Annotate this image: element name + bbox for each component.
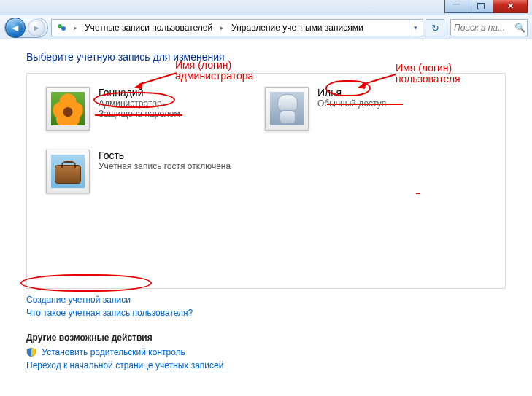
link-parental-controls[interactable]: Установить родительский контроль <box>42 347 185 357</box>
accounts-box: Геннадий Администратор Защищена паролем … <box>26 73 506 289</box>
refresh-button[interactable]: ↻ <box>426 19 444 36</box>
avatar <box>265 87 309 131</box>
forward-button[interactable]: ► <box>28 19 45 36</box>
avatar <box>46 150 90 193</box>
link-accounts-home[interactable]: Переход к начальной странице учетных зап… <box>26 360 223 370</box>
account-ilya[interactable]: Илья Обычный доступ <box>265 87 455 131</box>
flower-icon <box>51 92 85 125</box>
avatar <box>46 87 90 131</box>
breadcrumb-seg-2[interactable]: Управление учетными записями <box>227 20 368 36</box>
suitcase-icon <box>51 155 85 188</box>
chevron-right-icon: ▸ <box>217 24 227 31</box>
close-button[interactable]: ✕ <box>493 0 528 13</box>
chevron-right-icon: ▸ <box>71 24 80 31</box>
account-texts: Илья Обычный доступ <box>317 87 386 131</box>
account-guest[interactable]: Гость Учетная запись гостя отключена <box>46 150 265 193</box>
account-name: Гость <box>99 150 231 161</box>
account-role: Администратор <box>99 98 180 109</box>
breadcrumb-seg-1[interactable]: Учетные записи пользователей <box>80 20 217 36</box>
address-bar: ◄ ► ▸ Учетные записи пользователей ▸ Упр… <box>0 15 532 41</box>
robot-icon <box>270 92 304 125</box>
back-button[interactable]: ◄ <box>5 18 26 38</box>
search-icon[interactable]: 🔍 <box>512 23 527 33</box>
control-panel-icon <box>55 21 69 34</box>
page-title: Выберите учетную запись для изменения <box>26 51 506 63</box>
account-role: Учетная запись гостя отключена <box>99 161 231 171</box>
account-name: Геннадий <box>99 87 180 98</box>
refresh-icon: ↻ <box>431 23 439 34</box>
breadcrumb[interactable]: ▸ Учетные записи пользователей ▸ Управле… <box>51 19 423 36</box>
account-pw: Защищена паролем <box>99 109 180 119</box>
search-input[interactable] <box>451 23 512 33</box>
window-buttons: — ✕ <box>445 0 528 13</box>
link-what-is-account[interactable]: Что такое учетная запись пользователя? <box>26 308 193 318</box>
account-name: Илья <box>317 87 386 98</box>
shield-icon <box>26 347 36 357</box>
accounts-row: Геннадий Администратор Защищена паролем … <box>31 87 501 212</box>
svg-point-1 <box>61 26 66 31</box>
breadcrumb-dropdown[interactable]: ▾ <box>409 20 421 36</box>
link-create-account[interactable]: Создание учетной записи <box>26 295 131 305</box>
title-bar: — ✕ <box>0 0 532 15</box>
links-block: Создание учетной записи Что такое учетна… <box>26 293 506 319</box>
account-role: Обычный доступ <box>317 98 386 109</box>
account-texts: Гость Учетная запись гостя отключена <box>99 150 231 193</box>
svg-point-0 <box>58 24 62 28</box>
nav-buttons: ◄ ► <box>4 18 48 38</box>
maximize-button[interactable] <box>469 0 493 13</box>
account-texts: Геннадий Администратор Защищена паролем <box>99 87 180 131</box>
arrow-right-icon: ► <box>33 23 41 32</box>
arrow-left-icon: ◄ <box>10 22 20 34</box>
account-gennadiy[interactable]: Геннадий Администратор Защищена паролем <box>46 87 265 131</box>
minimize-button[interactable]: — <box>444 0 469 13</box>
content-area: Выберите учетную запись для изменения Ге… <box>0 39 532 396</box>
search-box[interactable]: 🔍 <box>450 19 528 36</box>
other-actions-heading: Другие возможные действия <box>26 333 506 343</box>
